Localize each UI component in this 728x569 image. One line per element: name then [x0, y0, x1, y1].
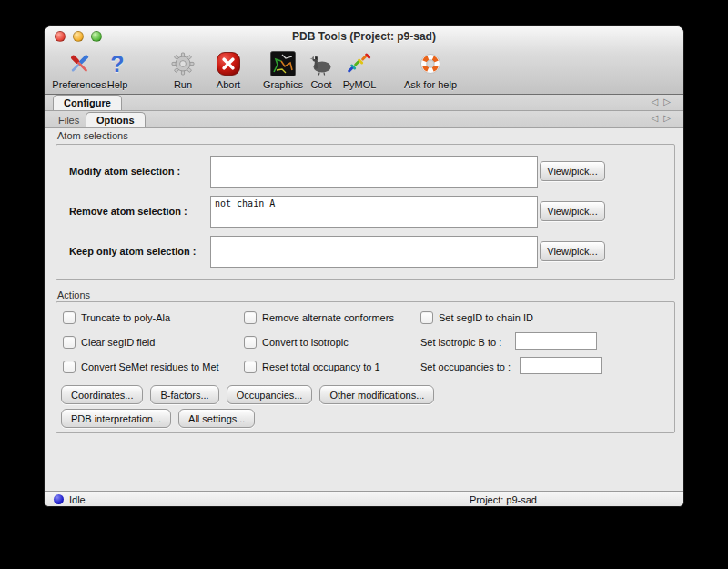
toolbar-label: Ask for help [404, 79, 457, 90]
set-isotropic-b-input[interactable] [515, 332, 597, 350]
toolbar-label: Coot [308, 79, 335, 90]
statusbar: Idle Project: p9-sad [45, 491, 683, 507]
checkbox-convert-semet-to-met[interactable]: Convert SeMet residues to Met [63, 361, 219, 373]
tab-scroll-arrows: ◁▷ [652, 113, 676, 123]
actions-button-row-2: PDB interpretation... All settings... [61, 409, 255, 428]
atom-selections-group-label: Atom selections [57, 130, 128, 141]
checkbox-box[interactable] [420, 311, 433, 324]
set-occupancies-label: Set occupancies to : [420, 361, 511, 372]
tab-scroll-arrows: ◁▷ [652, 97, 676, 107]
toolbar-ask-for-help-button[interactable]: Ask for help [404, 49, 457, 90]
window-chrome: PDB Tools (Project: p9-sad) [45, 26, 683, 95]
checkbox-box[interactable] [244, 311, 257, 324]
checkbox-clear-segid-field[interactable]: Clear segID field [63, 336, 155, 349]
keep-only-selection-input[interactable] [210, 236, 538, 268]
coot-bird-icon [308, 49, 335, 78]
toolbar: Preferences ? Help [45, 46, 683, 95]
inner-tabstrip: Files Options ◁▷ [45, 111, 683, 128]
remove-selection-input[interactable]: not chain A [210, 196, 538, 228]
occupancies-button[interactable]: Occupancies... [227, 385, 313, 404]
status-text: Idle [69, 494, 86, 505]
toolbar-label: Graphics [263, 79, 303, 90]
set-isotropic-b-label: Set isotropic B to : [420, 337, 501, 348]
checkbox-label: Set segID to chain ID [439, 312, 533, 323]
outer-tabstrip: Configure ◁▷ [45, 95, 683, 111]
checkbox-label: Remove alternate conformers [262, 312, 394, 323]
checkbox-remove-alternate-conformers[interactable]: Remove alternate conformers [244, 311, 394, 324]
tab-scroll-left-icon[interactable]: ◁ [652, 113, 664, 123]
remove-viewpick-button[interactable]: View/pick... [540, 201, 605, 221]
checkbox-convert-to-isotropic[interactable]: Convert to isotropic [244, 336, 349, 349]
tab-files[interactable]: Files [48, 113, 89, 127]
checkbox-box[interactable] [63, 336, 76, 349]
preferences-icon [52, 49, 106, 78]
options-panel: Atom selections Modify atom selection : … [45, 128, 683, 491]
remove-selection-label: Remove atom selection : [69, 206, 187, 217]
tab-configure[interactable]: Configure [53, 95, 122, 110]
checkbox-reset-total-occupancy[interactable]: Reset total occupancy to 1 [244, 361, 380, 373]
b-factors-button[interactable]: B-factors... [150, 385, 218, 404]
actions-button-row-1: Coordinates... B-factors... Occupancies.… [61, 385, 434, 404]
graphics-molecule-icon [263, 49, 303, 78]
checkbox-label: Convert SeMet residues to Met [81, 361, 219, 372]
tab-scroll-right-icon[interactable]: ▷ [663, 97, 676, 107]
gear-icon [170, 49, 196, 78]
checkbox-label: Clear segID field [81, 337, 155, 348]
modify-viewpick-button[interactable]: View/pick... [540, 161, 605, 181]
checkbox-label: Convert to isotropic [262, 337, 349, 348]
pdb-interpretation-button[interactable]: PDB interpretation... [61, 409, 171, 428]
checkbox-box[interactable] [244, 361, 257, 373]
pdb-tools-window: PDB Tools (Project: p9-sad) [44, 25, 684, 507]
status-idle-dot-icon [54, 494, 64, 504]
toolbar-label: Run [170, 79, 196, 90]
toolbar-abort-button[interactable]: Abort [216, 49, 241, 90]
toolbar-graphics-button[interactable]: Graphics [263, 49, 303, 90]
keep-only-selection-label: Keep only atom selection : [69, 246, 196, 257]
actions-group-label: Actions [57, 290, 90, 300]
checkbox-box[interactable] [244, 336, 257, 349]
checkbox-box[interactable] [63, 311, 76, 324]
toolbar-help-button[interactable]: ? Help [107, 49, 128, 90]
toolbar-run-button[interactable]: Run [170, 49, 196, 90]
window-title: PDB Tools (Project: p9-sad) [45, 30, 683, 43]
checkbox-label: Reset total occupancy to 1 [262, 361, 380, 372]
modify-selection-label: Modify atom selection : [69, 166, 180, 177]
coordinates-button[interactable]: Coordinates... [61, 385, 143, 404]
tab-scroll-right-icon[interactable]: ▷ [663, 113, 676, 123]
titlebar[interactable]: PDB Tools (Project: p9-sad) [45, 26, 683, 46]
keep-only-viewpick-button[interactable]: View/pick... [540, 241, 605, 261]
toolbar-label: Abort [216, 79, 241, 90]
checkbox-set-segid-to-chain-id[interactable]: Set segID to chain ID [420, 311, 533, 324]
checkbox-truncate-poly-ala[interactable]: Truncate to poly-Ala [63, 311, 170, 324]
abort-icon [216, 49, 241, 78]
pymol-helix-icon [343, 49, 377, 78]
toolbar-preferences-button[interactable]: Preferences [52, 49, 106, 90]
toolbar-coot-button[interactable]: Coot [308, 49, 335, 90]
help-icon: ? [107, 49, 128, 78]
set-occupancies-input[interactable] [520, 357, 602, 374]
all-settings-button[interactable]: All settings... [178, 409, 255, 428]
other-modifications-button[interactable]: Other modifications... [319, 385, 434, 404]
modify-selection-input[interactable] [210, 156, 538, 188]
checkbox-label: Truncate to poly-Ala [81, 312, 170, 323]
project-label: Project: p9-sad [470, 494, 537, 505]
tab-options[interactable]: Options [86, 112, 146, 127]
toolbar-label: PyMOL [343, 79, 377, 90]
lifesaver-icon [404, 49, 457, 78]
toolbar-pymol-button[interactable]: PyMOL [343, 49, 377, 90]
toolbar-label: Preferences [52, 79, 106, 90]
checkbox-box[interactable] [63, 361, 76, 373]
tab-scroll-left-icon[interactable]: ◁ [652, 97, 664, 107]
toolbar-label: Help [107, 79, 128, 90]
